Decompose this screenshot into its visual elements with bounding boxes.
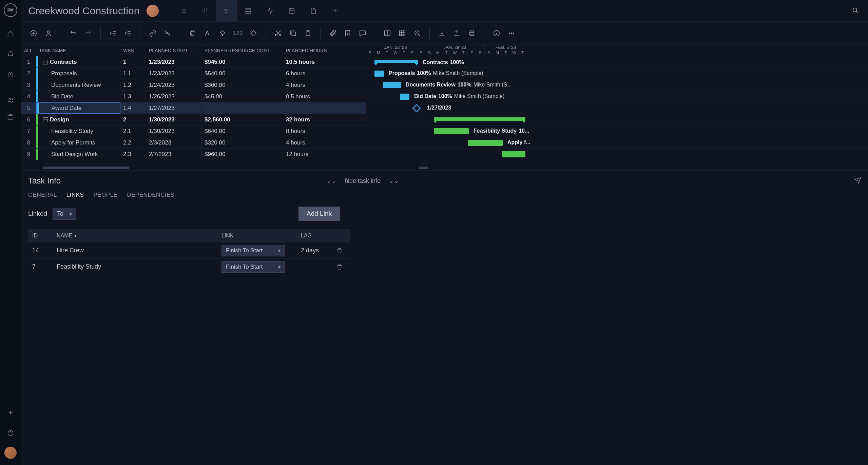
start-cell[interactable]: 2/7/2023 xyxy=(146,149,202,160)
link-type-select[interactable]: Finish To Start xyxy=(221,261,285,273)
wbs-cell[interactable]: 2.2 xyxy=(120,137,146,148)
col-header-cost[interactable]: PLANNED RESOURCE COST xyxy=(202,45,283,56)
start-cell[interactable]: 1/30/2023 xyxy=(146,114,202,125)
columns-button[interactable] xyxy=(382,28,393,39)
task-name-cell[interactable]: Award Date xyxy=(36,102,120,114)
link-lag[interactable] xyxy=(297,259,330,275)
search-button[interactable] xyxy=(849,4,861,17)
indent-button[interactable] xyxy=(122,28,133,39)
col-header-name[interactable]: TASK NAME xyxy=(36,45,120,56)
start-cell[interactable]: 1/26/2023 xyxy=(146,91,202,102)
more-button[interactable] xyxy=(506,28,517,39)
hours-cell[interactable]: 32 hours xyxy=(283,114,336,125)
text-format-button[interactable] xyxy=(202,28,213,39)
start-cell[interactable]: 1/30/2023 xyxy=(146,125,202,137)
view-board[interactable] xyxy=(194,0,216,22)
add-link-button[interactable]: Add Link xyxy=(298,207,340,221)
task-name-cell[interactable]: Documents Review xyxy=(36,79,120,91)
hide-task-info-button[interactable]: hide task info xyxy=(345,177,381,185)
start-cell[interactable]: 2/3/2023 xyxy=(146,137,202,148)
col-header-all[interactable]: ALL xyxy=(21,45,36,56)
copy-button[interactable] xyxy=(288,28,298,39)
task-row[interactable]: 6−Design21/30/2023$2,560.0032 hours xyxy=(21,114,366,125)
nav-people[interactable] xyxy=(4,90,17,103)
collapse-icon[interactable]: − xyxy=(43,117,48,122)
gantt-bar[interactable]: Bid Date100%Mike Smith (Sample) xyxy=(400,94,409,100)
project-owner-avatar[interactable] xyxy=(147,5,159,17)
linked-direction-select[interactable]: To xyxy=(53,208,76,220)
links-col-lag[interactable]: LAG xyxy=(297,229,330,243)
wbs-cell[interactable]: 1.4 xyxy=(120,102,146,114)
wbs-cell[interactable]: 2 xyxy=(120,114,146,125)
gantt-bar[interactable]: Documents Review100%Mike Smith (S... xyxy=(383,82,401,88)
view-add[interactable] xyxy=(324,0,346,22)
gantt-bar[interactable]: Apply f... xyxy=(468,140,503,146)
links-col-name[interactable]: NAME▲ xyxy=(53,229,217,243)
tab-people[interactable]: PEOPLE xyxy=(93,192,117,198)
tab-dependencies[interactable]: DEPENDENCIES xyxy=(127,192,174,198)
tab-links[interactable]: LINKS xyxy=(66,192,84,198)
redo-button[interactable] xyxy=(83,28,94,39)
col-header-wbs[interactable]: WBS xyxy=(120,45,146,56)
nav-portfolio[interactable] xyxy=(4,110,17,124)
link-type-select[interactable]: Finish To Start xyxy=(221,245,285,256)
view-gantt[interactable] xyxy=(216,0,237,22)
hours-cell[interactable]: 10.5 hours xyxy=(283,56,336,67)
comments-button[interactable] xyxy=(357,28,368,39)
hours-cell[interactable]: 0.5 hours xyxy=(283,91,336,102)
hours-cell[interactable]: 8 hours xyxy=(283,125,336,137)
send-button[interactable] xyxy=(854,177,861,185)
milestone-button[interactable] xyxy=(248,28,259,39)
undo-button[interactable] xyxy=(68,28,79,39)
task-name-cell[interactable]: −Contracts xyxy=(36,56,120,67)
print-button[interactable] xyxy=(466,28,477,39)
assign-button[interactable] xyxy=(43,28,54,39)
number-format-button[interactable]: 123 xyxy=(232,30,244,37)
nav-add[interactable] xyxy=(4,406,17,420)
hours-cell[interactable]: 12 hours xyxy=(283,149,336,160)
cost-cell[interactable]: $45.00 xyxy=(202,91,283,102)
task-name-cell[interactable]: Proposals xyxy=(36,68,120,79)
link-button[interactable] xyxy=(147,28,158,39)
view-list[interactable] xyxy=(172,0,194,22)
unlink-button[interactable] xyxy=(162,28,173,39)
view-calendar[interactable] xyxy=(281,0,303,22)
wbs-cell[interactable]: 2.1 xyxy=(120,125,146,137)
links-col-link[interactable]: LINK xyxy=(217,229,297,243)
wbs-cell[interactable]: 2.3 xyxy=(120,149,146,160)
task-row[interactable]: 8Apply for Permits2.22/3/2023$320.004 ho… xyxy=(21,137,366,149)
wbs-cell[interactable]: 1.1 xyxy=(120,68,146,79)
gantt-bar[interactable] xyxy=(502,151,525,157)
view-sheet[interactable] xyxy=(237,0,259,22)
task-name-cell[interactable]: −Design xyxy=(36,114,120,125)
task-row[interactable]: 1−Contracts11/23/2023$945.0010.5 hours xyxy=(21,56,366,68)
app-logo[interactable]: PM xyxy=(4,3,17,17)
task-name-cell[interactable]: Bid Date xyxy=(36,91,120,102)
task-name-cell[interactable]: Start Design Work xyxy=(36,149,120,160)
task-row[interactable]: 3Documents Review1.21/24/2023$360.004 ho… xyxy=(21,79,366,91)
cost-cell[interactable]: $360.00 xyxy=(202,79,283,91)
cost-cell[interactable]: $2,560.00 xyxy=(202,114,283,125)
grid-horizontal-scrollbar[interactable] xyxy=(21,166,366,170)
notes-button[interactable] xyxy=(342,28,353,39)
hours-cell[interactable]: 4 hours xyxy=(283,137,336,148)
delete-button[interactable] xyxy=(187,28,198,39)
gantt-horizontal-scrollbar[interactable] xyxy=(366,166,868,170)
view-files[interactable] xyxy=(303,0,324,22)
gantt-bar[interactable]: Proposals100%Mike Smith (Sample) xyxy=(374,71,384,77)
task-row[interactable]: 2Proposals1.11/23/2023$540.006 hours xyxy=(21,68,366,79)
task-row[interactable]: 4Bid Date1.31/26/2023$45.000.5 hours xyxy=(21,91,366,102)
user-avatar[interactable] xyxy=(4,447,17,459)
task-row[interactable]: 9Start Design Work2.32/7/2023$960.0012 h… xyxy=(21,149,366,160)
export-button[interactable] xyxy=(451,28,462,39)
cost-cell[interactable]: $960.00 xyxy=(202,149,283,160)
zoom-button[interactable] xyxy=(412,28,423,39)
wbs-cell[interactable]: 1.2 xyxy=(120,79,146,91)
cost-cell[interactable]: $640.00 xyxy=(202,125,283,137)
links-col-id[interactable]: ID xyxy=(28,229,53,243)
info-button[interactable] xyxy=(491,28,502,39)
hours-cell[interactable] xyxy=(283,102,336,114)
gantt-bar[interactable] xyxy=(434,117,525,121)
task-name-cell[interactable]: Feasibility Study xyxy=(36,125,120,137)
start-cell[interactable]: 1/23/2023 xyxy=(146,68,202,79)
